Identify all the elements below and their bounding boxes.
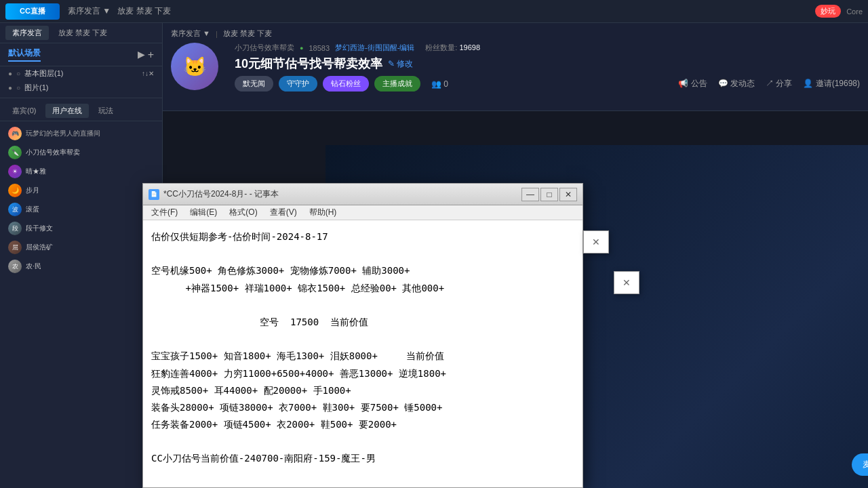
scene-title: 默认场景 bbox=[8, 47, 41, 62]
list-item[interactable]: 农 农·民 bbox=[0, 257, 162, 276]
avatar: 段 bbox=[8, 222, 22, 235]
topbar-label2: 放麦 禁麦 下麦 bbox=[223, 28, 272, 39]
stream-nav: 小刀估号效率帮卖 ● 18583 梦幻西游-街围国醒-编辑 粉丝数量: 1969… bbox=[235, 43, 860, 53]
avatar: 🎮 bbox=[8, 127, 22, 140]
divider bbox=[0, 98, 162, 98]
invite-btn[interactable]: 👤 邀请(19698) bbox=[803, 78, 860, 89]
small-dialog-2: ✕ bbox=[614, 271, 639, 294]
notepad-menubar: 文件(F) 编辑(E) 格式(O) 查看(V) 帮助(H) bbox=[143, 205, 583, 220]
user-list: 🎮 玩梦幻的老男人的直播间 🔪 小刀估号效率帮卖 ☀ 晴★雅 🌙 步月 波 滚蛋… bbox=[0, 121, 162, 279]
scene-header: 默认场景 ▶ + bbox=[0, 43, 162, 66]
layer-base: ● ○ 基本图层(1) ↑↓✕ bbox=[0, 66, 162, 81]
notepad-titlebar: 📄 *CC小刀估号2024-8月- - 记事本 — □ ✕ bbox=[143, 184, 583, 205]
layer-controls: ↑↓✕ bbox=[142, 70, 154, 77]
menu-edit[interactable]: 编辑(E) bbox=[184, 205, 222, 220]
tab-guest[interactable]: 嘉宾(0) bbox=[5, 104, 43, 118]
close-dialog-2[interactable]: ✕ bbox=[623, 277, 631, 288]
menu-file[interactable]: 文件(F) bbox=[146, 205, 183, 220]
list-item[interactable]: 🎮 玩梦幻的老男人的直播间 bbox=[0, 124, 162, 143]
stream-avatar: 🐱 bbox=[171, 43, 218, 90]
stream-title: 10元细节估号找号帮卖效率 bbox=[235, 56, 382, 72]
action-btn-diamond[interactable]: 钻石粉丝 bbox=[323, 76, 369, 92]
notepad-title: *CC小刀估号2024-8月- - 记事本 bbox=[163, 188, 517, 200]
channel-name: 小刀估号效率帮卖 bbox=[235, 43, 294, 53]
tab-play[interactable]: 玩法 bbox=[92, 104, 120, 118]
action-btn-achievement[interactable]: 主播成就 bbox=[374, 76, 420, 92]
notepad-icon: 📄 bbox=[149, 189, 159, 200]
action-btn-silent[interactable]: 默无闻 bbox=[235, 76, 273, 92]
avatar: 🔪 bbox=[8, 146, 22, 159]
list-item[interactable]: ☀ 晴★雅 bbox=[0, 162, 162, 181]
avatar: 农 bbox=[8, 260, 22, 273]
topbar-label1: 素序发言 ▼ bbox=[171, 28, 210, 39]
stream-title-row: 10元细节估号找号帮卖效率 ✎ 修改 bbox=[235, 56, 860, 72]
channel-id: 18583 bbox=[309, 44, 330, 52]
menu-format[interactable]: 格式(O) bbox=[224, 205, 262, 220]
user-tabs: 嘉宾(0) 用户在线 玩法 bbox=[0, 101, 162, 121]
notepad-content[interactable]: 估价仅供短期参考-估价时间-2024-8-17 空号机缘500+ 角色修炼300… bbox=[143, 220, 583, 487]
avatar: ☀ bbox=[8, 165, 22, 178]
user-name: 段干修文 bbox=[26, 224, 53, 233]
avatar: 波 bbox=[8, 203, 22, 216]
small-dialog-1: ✕ bbox=[583, 230, 609, 253]
menu-help[interactable]: 帮助(H) bbox=[304, 205, 342, 220]
top-bar-nav: 素序发言 ▼ 放麦 禁麦 下麦 bbox=[68, 5, 171, 17]
viewer-count: 👥 0 bbox=[431, 79, 448, 89]
tab-suxy-fayan[interactable]: 素序发言 bbox=[5, 26, 49, 40]
stream-main-row: 🐱 小刀估号效率帮卖 ● 18583 梦幻西游-街围国醒-编辑 粉丝数量: 19… bbox=[171, 43, 860, 92]
layer-image: ● ○ 图片(1) bbox=[0, 81, 162, 95]
list-item[interactable]: 🌙 步月 bbox=[0, 181, 162, 200]
notepad-controls: — □ ✕ bbox=[521, 188, 577, 201]
left-panel: 素序发言 放麦 禁麦 下麦 默认场景 ▶ + ● ○ 基本图层(1) ↑↓✕ ●… bbox=[0, 23, 163, 488]
right-actions: 📢 公告 💬 发动态 ↗ 分享 👤 邀请(19698) bbox=[678, 78, 860, 89]
notepad-window: 📄 *CC小刀估号2024-8月- - 记事本 — □ ✕ 文件(F) 编辑(E… bbox=[142, 183, 583, 488]
stream-header: 素序发言 ▼ | 放麦 禁麦 下麦 🐱 小刀估号效率帮卖 ● 18583 梦幻西… bbox=[163, 23, 868, 111]
scene-controls: ▶ + bbox=[138, 49, 154, 61]
announce-btn[interactable]: 📢 公告 bbox=[678, 78, 707, 89]
action-btn-protect[interactable]: 守守护 bbox=[279, 76, 317, 92]
list-item[interactable]: 段 段干修文 bbox=[0, 219, 162, 238]
stream-actions: 默无闻 守守护 钻石粉丝 主播成就 👥 0 📢 公告 💬 发动态 ↗ 分享 👤 … bbox=[235, 76, 860, 92]
left-tabs: 素序发言 放麦 禁麦 下麦 bbox=[0, 23, 162, 43]
add-scene-btn[interactable]: + bbox=[148, 49, 154, 61]
user-name: 晴★雅 bbox=[26, 167, 46, 176]
user-name: 农·民 bbox=[26, 262, 41, 271]
layer-image-label: 图片(1) bbox=[24, 83, 48, 93]
list-item[interactable]: 屈 屈侯浩矿 bbox=[0, 238, 162, 257]
share-btn[interactable]: ↗ 分享 bbox=[766, 78, 792, 89]
list-item[interactable]: 🔪 小刀估号效率帮卖 bbox=[0, 143, 162, 162]
menu-view[interactable]: 查看(V) bbox=[264, 205, 302, 220]
avatar: 屈 bbox=[8, 241, 22, 254]
minimize-btn[interactable]: — bbox=[521, 188, 539, 201]
expand-scene-btn[interactable]: ▶ bbox=[138, 49, 145, 61]
user-name: 屈侯浩矿 bbox=[26, 243, 53, 252]
top-bar-right: 妙玩 Core bbox=[815, 5, 863, 18]
user-name: 玩梦幻的老男人的直播间 bbox=[26, 129, 100, 138]
stream-topbar: 素序发言 ▼ | 放麦 禁麦 下麦 bbox=[171, 28, 860, 39]
maximize-btn[interactable]: □ bbox=[540, 188, 558, 201]
list-item[interactable]: 波 滚蛋 bbox=[0, 200, 162, 219]
stream-info: 小刀估号效率帮卖 ● 18583 梦幻西游-街围国醒-编辑 粉丝数量: 1969… bbox=[235, 43, 860, 92]
top-badge: 妙玩 bbox=[815, 5, 841, 18]
tab-mai[interactable]: 放麦 禁麦 下麦 bbox=[52, 26, 114, 40]
tab-online[interactable]: 用户在线 bbox=[45, 104, 89, 118]
core-label: Core bbox=[846, 7, 863, 16]
post-btn[interactable]: 💬 发动态 bbox=[718, 78, 755, 89]
top-bar: CC直播 素序发言 ▼ 放麦 禁麦 下麦 妙玩 Core bbox=[0, 0, 868, 23]
close-dialog-1[interactable]: ✕ bbox=[592, 237, 600, 247]
layer-base-label: 基本图层(1) bbox=[24, 68, 63, 79]
avatar: 🌙 bbox=[8, 184, 22, 197]
user-name: 步月 bbox=[26, 186, 39, 195]
edit-title-btn[interactable]: ✎ 修改 bbox=[388, 58, 413, 70]
app-logo: CC直播 bbox=[5, 3, 60, 20]
user-name: 小刀估号效率帮卖 bbox=[26, 148, 80, 157]
user-name: 滚蛋 bbox=[26, 205, 39, 214]
close-btn[interactable]: ✕ bbox=[559, 188, 577, 201]
